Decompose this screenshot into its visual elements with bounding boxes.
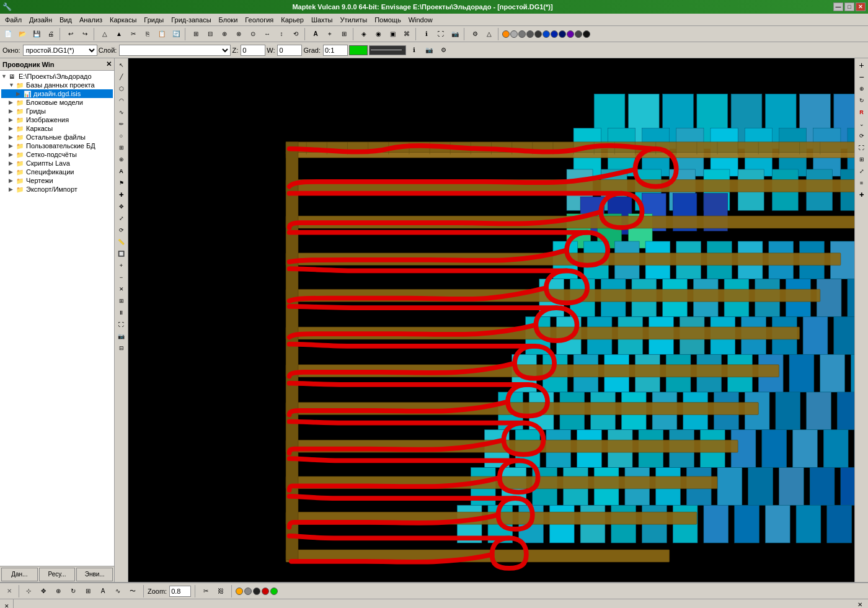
- vtb-scale[interactable]: ⤢: [116, 213, 127, 224]
- menu-quarry[interactable]: Карьер: [277, 15, 308, 25]
- vtb-camera2[interactable]: 📷: [116, 331, 127, 342]
- maximize-button[interactable]: □: [844, 2, 854, 11]
- rt-rotate[interactable]: ↻: [856, 95, 867, 106]
- color-dot-darkgray[interactable]: [575, 30, 582, 38]
- menu-file[interactable]: Файл: [1, 15, 25, 25]
- tb2-gear[interactable]: ⚙: [437, 43, 451, 57]
- open-button[interactable]: 📂: [16, 27, 29, 41]
- cl-close[interactable]: ✕: [1, 601, 12, 608]
- tree-item[interactable]: ▶📁Пользовательские БД: [1, 141, 113, 150]
- resources-button[interactable]: Ресу...: [39, 568, 76, 581]
- vtb-move[interactable]: ✥: [116, 201, 127, 212]
- tb-icon9[interactable]: ⌖: [323, 27, 337, 41]
- tree-item[interactable]: ▶📁Изображения: [1, 115, 113, 124]
- tb-icon5[interactable]: ⊙: [246, 27, 260, 41]
- color-dot-orange[interactable]: [502, 30, 510, 38]
- tree-item[interactable]: ▶📁Сетко-подсчёты: [1, 150, 113, 159]
- rt-pan[interactable]: ⊕: [856, 83, 867, 94]
- tb2-info[interactable]: ℹ: [407, 43, 421, 57]
- color-dot-gray3[interactable]: [526, 30, 534, 38]
- cut-button[interactable]: ✂: [126, 27, 140, 41]
- bt-wave-icon[interactable]: ∿: [111, 584, 125, 598]
- tb-icon11[interactable]: ◈: [357, 27, 371, 41]
- vtb-flag[interactable]: ⚑: [116, 177, 127, 189]
- bt-measure-icon[interactable]: A: [96, 584, 110, 598]
- tree-item[interactable]: ▶📁Экспорт/Импорт: [1, 185, 113, 194]
- window-controls[interactable]: — □ ✕: [833, 2, 866, 11]
- rt-layers[interactable]: ≡: [856, 177, 867, 189]
- tb-icon10[interactable]: ⊞: [337, 27, 351, 41]
- vtb-zoom-in[interactable]: +: [116, 260, 127, 271]
- zoom-input[interactable]: [169, 586, 191, 597]
- tree-item[interactable]: ▶📁Остальные файлы: [1, 133, 113, 141]
- vtb-measure[interactable]: 📏: [116, 236, 127, 248]
- rt-zoom-out[interactable]: −: [856, 71, 867, 83]
- tb-icon13[interactable]: ▣: [386, 27, 399, 41]
- tree-item[interactable]: ▶📁Гриды: [1, 107, 113, 115]
- menu-utilities[interactable]: Утилиты: [336, 15, 371, 25]
- menu-window[interactable]: Window: [405, 15, 436, 25]
- color-dot-purple[interactable]: [567, 30, 574, 38]
- vtb-text[interactable]: A: [116, 166, 127, 177]
- tree-item[interactable]: ▶📁Каркасы: [1, 124, 113, 133]
- menu-grids[interactable]: Гриды: [140, 15, 167, 25]
- vtb-poly[interactable]: ⬡: [116, 83, 127, 94]
- console-close-btn[interactable]: ✕: [854, 599, 866, 609]
- tree-close-icon[interactable]: ✕: [106, 60, 112, 68]
- bt-grid2-icon[interactable]: ⊞: [81, 584, 95, 598]
- vtb-plus-circle[interactable]: ⊞: [116, 295, 127, 306]
- window-select[interactable]: простой.DG1(*): [23, 45, 97, 56]
- vtb-rotate[interactable]: ⟳: [116, 225, 127, 236]
- vtb-circle[interactable]: ○: [116, 130, 127, 141]
- color-dot-blue2[interactable]: [551, 30, 558, 38]
- bt-scissors[interactable]: ✂: [199, 584, 213, 598]
- zoom-extent-button[interactable]: ⛶: [434, 27, 448, 41]
- tb-icon2[interactable]: ⊟: [203, 27, 217, 41]
- tree-item[interactable]: ▶📁Блоковые модели: [1, 98, 113, 107]
- vtb-hline[interactable]: ⏸: [116, 307, 127, 318]
- vtb-pencil[interactable]: ✏: [116, 118, 127, 130]
- rt-r-letter[interactable]: R: [856, 107, 867, 118]
- undo-button[interactable]: ↩: [64, 27, 78, 41]
- tb-icon8[interactable]: ⟲: [289, 27, 303, 41]
- data-button[interactable]: Дан...: [1, 568, 38, 581]
- tree-item[interactable]: ▼🖥E:\Проекты\Эльдорадо: [1, 72, 113, 81]
- tb-icon14[interactable]: ⌘: [400, 27, 414, 41]
- rt-zoom-box[interactable]: ⛶: [856, 142, 867, 153]
- grad-input[interactable]: [323, 45, 348, 56]
- vtb-layers[interactable]: ⊟: [116, 342, 127, 354]
- refresh-button[interactable]: 🔄: [169, 27, 183, 41]
- bt-move-icon[interactable]: ✥: [37, 584, 50, 598]
- vtb-arrow[interactable]: ↖: [116, 60, 127, 71]
- vtb-bezier[interactable]: ∿: [116, 107, 127, 118]
- tb-icon12[interactable]: ◉: [371, 27, 385, 41]
- color-dot-gray1[interactable]: [510, 30, 518, 38]
- menu-view[interactable]: Вид: [56, 15, 76, 25]
- rt-orbit[interactable]: ⟳: [856, 130, 867, 141]
- tree-item[interactable]: ▶📁Чертежи: [1, 176, 113, 185]
- minimize-button[interactable]: —: [833, 2, 843, 11]
- tb-letter-a[interactable]: A: [309, 27, 322, 41]
- copy-button[interactable]: ⎘: [141, 27, 154, 41]
- rt-cross[interactable]: ✚: [856, 189, 867, 200]
- tree-item[interactable]: ▶📊дизайн.dgd.isis: [1, 89, 113, 98]
- menu-help[interactable]: Помощь: [371, 15, 405, 25]
- bt-color-green[interactable]: [270, 588, 278, 595]
- bt-zoom-icon[interactable]: ⊕: [51, 584, 65, 598]
- w-input[interactable]: [277, 45, 302, 56]
- vtb-grid[interactable]: ⊞: [116, 142, 127, 153]
- tb-color1[interactable]: ⚙: [468, 27, 482, 41]
- rt-tilt[interactable]: ⌄: [856, 118, 867, 130]
- vtb-cross[interactable]: ✚: [116, 189, 127, 200]
- bt-rotate-icon[interactable]: ↻: [66, 584, 80, 598]
- 3d-viewport[interactable]: [128, 58, 854, 582]
- bt-color-red[interactable]: [262, 588, 269, 595]
- vtb-xmark[interactable]: ✕: [116, 284, 127, 295]
- menu-blocks[interactable]: Блоки: [215, 15, 242, 25]
- paste-button[interactable]: 📋: [155, 27, 169, 41]
- rt-zoom-in[interactable]: +: [856, 60, 867, 71]
- print-button[interactable]: 🖨: [44, 27, 58, 41]
- bt-color-orange[interactable]: [236, 588, 243, 595]
- vtb-corners[interactable]: ⛶: [116, 319, 127, 330]
- color-dot-black[interactable]: [583, 30, 590, 38]
